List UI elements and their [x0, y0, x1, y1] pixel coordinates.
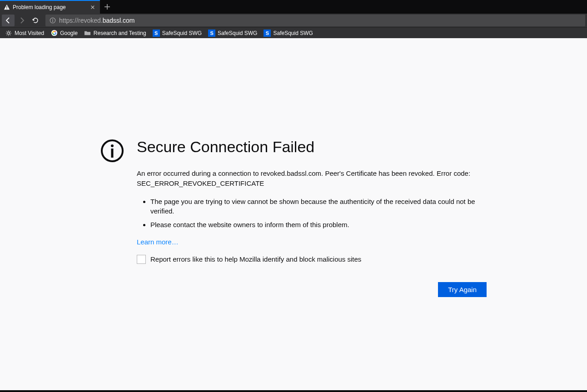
svg-rect-1 [6, 9, 7, 9]
error-info-icon [100, 139, 124, 163]
report-checkbox[interactable] [137, 255, 146, 264]
bookmarks-toolbar: Most VisitedGoogleResearch and TestingSS… [0, 27, 587, 38]
error-title: Secure Connection Failed [137, 138, 487, 156]
bookmark-label: Google [60, 30, 78, 36]
bookmark-icon: S [264, 30, 271, 37]
svg-point-3 [52, 19, 53, 20]
bookmark-item[interactable]: Most Visited [3, 29, 46, 38]
new-tab-button[interactable] [100, 0, 114, 14]
page-content: Secure Connection Failed An error occurr… [0, 38, 587, 392]
error-bullet: The page you are trying to view cannot b… [150, 197, 487, 217]
identity-info-icon[interactable] [49, 17, 56, 24]
bookmark-item[interactable]: Google [48, 29, 80, 38]
close-tab-button[interactable] [89, 4, 96, 11]
bookmark-icon: S [208, 30, 215, 37]
try-again-button[interactable]: Try Again [438, 282, 487, 297]
svg-line-10 [7, 31, 7, 31]
bookmark-item[interactable]: SSafeSquid SWG [206, 29, 259, 38]
report-row: Report errors like this to help Mozilla … [137, 255, 487, 264]
browser-tab[interactable]: Problem loading page [0, 0, 100, 14]
url-bar[interactable]: https://revoked.badssl.com [45, 15, 585, 26]
error-body: Secure Connection Failed An error occurr… [137, 138, 487, 297]
svg-line-12 [7, 35, 7, 35]
bookmark-item[interactable]: Research and Testing [82, 29, 149, 38]
error-bullet: Please contact the website owners to inf… [150, 220, 487, 230]
nav-toolbar: https://revoked.badssl.com [0, 14, 587, 27]
bookmark-label: SafeSquid SWG [273, 30, 313, 36]
bookmark-label: SafeSquid SWG [162, 30, 202, 36]
svg-line-11 [10, 35, 10, 35]
bookmark-icon [84, 30, 91, 37]
url-prefix: https://revoked. [59, 17, 103, 24]
reload-button[interactable] [29, 15, 42, 26]
bookmark-icon [50, 30, 58, 37]
svg-line-13 [10, 31, 10, 31]
svg-point-16 [111, 144, 114, 147]
svg-rect-17 [111, 149, 114, 158]
warning-icon [4, 4, 10, 10]
bookmark-label: Research and Testing [94, 30, 146, 36]
error-bullets: The page you are trying to view cannot b… [137, 197, 487, 230]
forward-button[interactable] [15, 15, 28, 26]
svg-point-5 [7, 32, 10, 34]
report-label: Report errors like this to help Mozilla … [150, 255, 361, 263]
svg-rect-0 [6, 6, 7, 8]
back-button[interactable] [2, 15, 15, 26]
url-text: https://revoked.badssl.com [59, 17, 135, 24]
tab-title: Problem loading page [13, 4, 89, 10]
bookmark-icon: S [153, 30, 160, 37]
bookmark-item[interactable]: SSafeSquid SWG [150, 29, 204, 38]
learn-more-link[interactable]: Learn more… [137, 238, 179, 246]
bottom-bar [0, 390, 587, 392]
tab-strip: Problem loading page [0, 0, 587, 14]
error-description: An error occurred during a connection to… [137, 169, 487, 189]
svg-rect-4 [52, 20, 53, 22]
bookmark-icon [5, 30, 12, 37]
bookmark-label: Most Visited [15, 30, 44, 36]
bookmark-label: SafeSquid SWG [218, 30, 257, 36]
url-host: badssl.com [103, 17, 135, 24]
error-container: Secure Connection Failed An error occurr… [100, 138, 487, 392]
bookmark-item[interactable]: SSafeSquid SWG [261, 29, 315, 38]
